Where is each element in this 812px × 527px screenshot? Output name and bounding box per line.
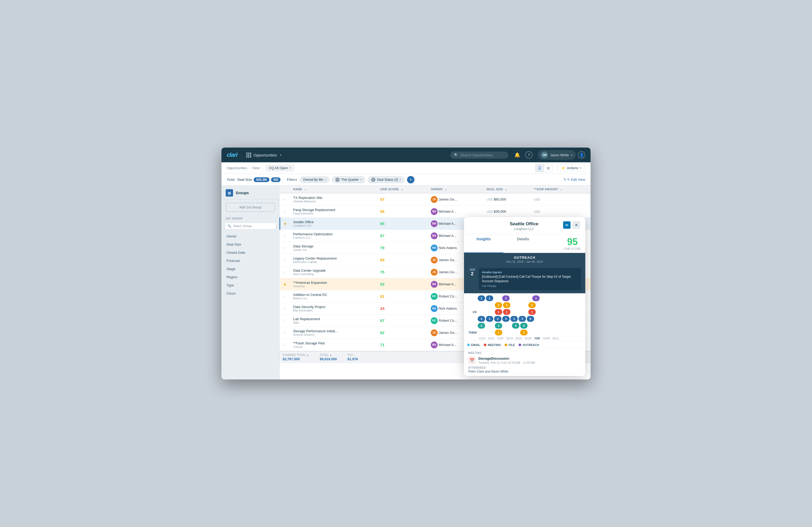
name-cell[interactable]: Lab ReplacementAgio xyxy=(290,314,377,327)
th-owner[interactable]: OWNER ▲ xyxy=(427,186,483,193)
heatmap-cell[interactable]: 3 xyxy=(528,302,536,308)
global-search[interactable]: 🔍 Search Opportunities xyxy=(450,151,508,159)
nav-app-chevron: ▾ xyxy=(280,153,281,157)
heatmap-cell[interactable]: 4 xyxy=(512,323,519,328)
star-icon[interactable]: ☆ xyxy=(283,306,287,311)
heatmap-cell[interactable]: 2 xyxy=(495,302,502,308)
th-crm-score[interactable]: CRM SCORE ▲ xyxy=(377,186,427,193)
heatmap-row-them: THEM 1 1 xyxy=(467,330,582,335)
edit-view-button[interactable]: ✎ ✎ Edit View xyxy=(564,178,585,181)
table-row[interactable]: ☆TX Replication SiteOphelia Networks67JG… xyxy=(280,193,591,206)
sidebar-item-forecast[interactable]: Forecast xyxy=(221,257,279,265)
user-menu[interactable]: JW Jason White ▾ xyxy=(538,150,576,160)
name-cell[interactable]: Addition to Central DCBolero, Inc. xyxy=(290,290,377,303)
heatmap-cell[interactable]: 1 xyxy=(495,309,502,315)
star-icon[interactable]: ☆ xyxy=(283,331,287,335)
filter-chip-deal-status[interactable]: ✕ Deal Status (2) ▾ xyxy=(368,176,404,183)
table-row[interactable]: ☆Pang Storage ReplacementPang Industries… xyxy=(280,206,591,218)
star-icon[interactable]: ☆ xyxy=(283,234,287,238)
actions-chevron: ▾ xyxy=(580,166,581,170)
sidebar-item-stage[interactable]: Stage xyxy=(221,265,279,273)
add-filter-button[interactable]: + xyxy=(407,176,415,184)
deal-size-cell: USD $30,000 xyxy=(483,206,531,218)
heatmap-cell[interactable]: 3 xyxy=(478,323,485,328)
th-name[interactable]: NAME ▲ xyxy=(290,186,377,193)
name-cell[interactable]: Storage Performance Initiat...Sonora Sys… xyxy=(290,327,377,339)
star-icon[interactable]: ☆ xyxy=(283,246,287,250)
filter-chip-owned-by-me[interactable]: Owned By Me ▾ xyxy=(300,177,329,183)
sidebar-item-deal-size[interactable]: Deal Size xyxy=(221,240,279,248)
heatmap-cell[interactable]: 3 xyxy=(495,323,502,328)
heatmap-cell[interactable]: 3 xyxy=(502,316,510,322)
remove-filter-2-icon[interactable]: ✕ xyxy=(371,178,375,182)
tab-insights[interactable]: Insights xyxy=(464,234,503,253)
heatmap-cell[interactable]: 1 xyxy=(478,295,485,301)
crm-score-cell: 65 xyxy=(377,254,427,266)
linkedin-icon[interactable]: in xyxy=(563,221,570,229)
heatmap-cell[interactable]: 3 xyxy=(519,316,526,322)
sidebar-item-owner[interactable]: Owner xyxy=(221,232,279,240)
sidebar-item-churn[interactable]: Churn xyxy=(221,289,279,297)
heatmap-cell[interactable]: 1 xyxy=(486,295,493,301)
name-cell[interactable]: Pang Storage ReplacementPang Industries xyxy=(290,206,377,218)
heatmap-cell[interactable]: 1 xyxy=(495,330,502,335)
star-icon[interactable]: ☆ xyxy=(283,343,287,347)
heatmap-cell[interactable]: 1 xyxy=(503,309,510,315)
star-icon[interactable]: ☆ xyxy=(283,197,287,202)
list-view-button[interactable]: ☰ xyxy=(535,164,544,172)
sidebar-item-closed-date[interactable]: Closed Date xyxy=(221,248,279,257)
name-cell[interactable]: Data Center UpgradeNest Consulting xyxy=(290,266,377,278)
heatmap-cell[interactable]: 3 xyxy=(503,302,510,308)
heatmap-cell[interactable]: 2 xyxy=(502,295,510,301)
sidebar-group-search[interactable]: 🔍 Select Group xyxy=(224,223,276,230)
star-icon[interactable]: ★ xyxy=(283,282,287,287)
remove-filter-icon[interactable]: ✕ xyxy=(335,178,339,182)
notifications-button[interactable]: 🔔 xyxy=(513,151,521,159)
user-external-icon[interactable]: 👤 xyxy=(578,151,585,159)
heatmap-cell[interactable]: 2 xyxy=(494,316,502,322)
star-icon[interactable]: ☆ xyxy=(283,270,287,274)
heatmap-cell[interactable]: 3 xyxy=(486,316,493,322)
star-icon[interactable]: ☆ xyxy=(283,258,287,262)
app-switcher[interactable]: Opportunities ▾ xyxy=(244,151,284,159)
name-cell[interactable]: Legacy Center ReplacementDimension Capit… xyxy=(290,254,377,266)
name-cell[interactable]: Data Security ProjectBlip Associates xyxy=(290,303,377,314)
grid-view-button[interactable]: ⊞ xyxy=(544,164,553,172)
star-cell: ☆ xyxy=(280,290,290,303)
name-cell[interactable]: TX Replication SiteOphelia Networks xyxy=(290,193,377,206)
crm-score-large: 95 xyxy=(564,236,581,247)
actions-button[interactable]: ⚡ Actions ▾ xyxy=(557,164,585,172)
name-cell[interactable]: **Americas ExpansionChromos xyxy=(290,278,377,290)
heatmap-cell[interactable]: 4 xyxy=(478,316,485,322)
add-group-button[interactable]: Add 1st Group xyxy=(226,203,275,212)
help-button[interactable]: ? xyxy=(525,151,533,159)
name-cell[interactable]: **Flash Storage PilotCulicue xyxy=(290,339,377,351)
star-icon[interactable]: ☆ xyxy=(283,209,287,214)
breadcrumb-view[interactable]: View xyxy=(252,166,260,170)
name-cell[interactable]: Performance OptimizationFreeform LLC xyxy=(290,230,377,242)
heatmap-cell[interactable]: 1 xyxy=(528,309,536,315)
name-cell[interactable]: Seattle OfficeLonghorn LLC xyxy=(290,218,377,230)
star-icon[interactable]: ☆ xyxy=(283,319,287,323)
heatmap-cell[interactable]: 1 xyxy=(520,330,527,335)
target-icon[interactable]: ⊕ xyxy=(572,221,580,229)
th-star xyxy=(280,186,290,193)
tab-details[interactable]: Details xyxy=(503,234,542,253)
star-icon[interactable]: ★ xyxy=(284,222,287,226)
filter-chip-this-quarter[interactable]: ✕ This Quarter ▾ xyxy=(332,176,365,183)
th-deal-size[interactable]: DEAL SIZE ▲ xyxy=(483,186,531,193)
star-cell: ☆ xyxy=(280,206,290,218)
breadcrumb-root[interactable]: Opportunities xyxy=(227,166,247,170)
heatmap-cell[interactable]: 1 xyxy=(532,295,540,301)
th-sow-amount[interactable]: **SOW AMOUNT ▲ xyxy=(531,186,591,193)
deal-size-badge: Deal Size $40.3M 302 xyxy=(237,177,280,182)
sidebar-item-region[interactable]: Region xyxy=(221,273,279,281)
sidebar-item-type[interactable]: Type xyxy=(221,281,279,289)
heatmap-row-4: 4 3 2 3 2 3 8 xyxy=(467,316,582,322)
view-selector[interactable]: CQ All Open ▾ xyxy=(266,165,294,171)
heatmap-cell[interactable]: 6 xyxy=(520,323,527,328)
heatmap-cell[interactable]: 8 xyxy=(527,316,534,322)
star-icon[interactable]: ☆ xyxy=(283,294,287,298)
heatmap-cell[interactable]: 2 xyxy=(510,316,518,322)
name-cell[interactable]: Data StorageGrade, Inc. xyxy=(290,242,377,254)
